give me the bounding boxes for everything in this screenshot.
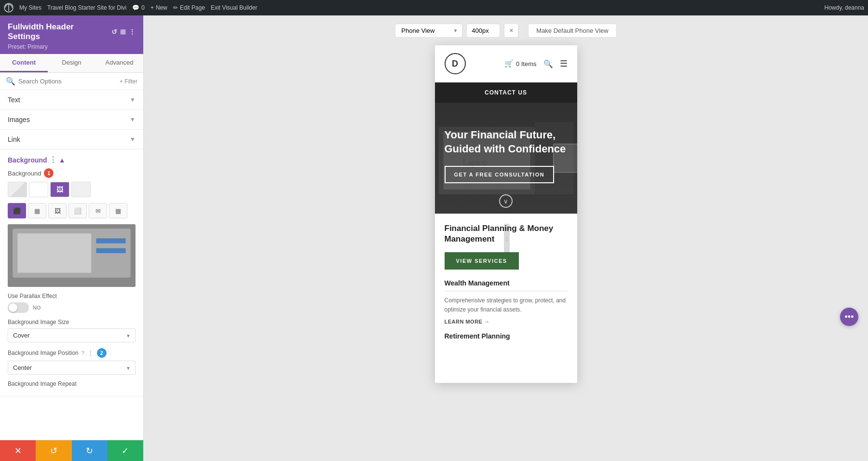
blog-name-link[interactable]: Travel Blog Starter Site for Divi: [47, 4, 126, 11]
parallax-value: NO: [33, 305, 41, 311]
nav-right: 🛒 0 Items 🔍 ☰: [504, 58, 568, 69]
background-more-icon[interactable]: ⋮: [49, 155, 57, 164]
link-section-header[interactable]: Link ▼: [0, 130, 143, 149]
field-more-icon[interactable]: ⋮: [87, 349, 94, 357]
contact-bar: CONTACT US: [435, 82, 577, 103]
tab-design[interactable]: Design: [48, 54, 95, 72]
video-swatch[interactable]: [71, 182, 91, 197]
bg-type-gradient[interactable]: ▦: [28, 203, 46, 218]
parallax-field: Use Parallax Effect NO: [0, 293, 143, 319]
service-item: Retirement Planning: [445, 332, 568, 340]
view-toolbar: Phone View ▼ × Make Default Phone View: [151, 23, 860, 38]
close-view-button[interactable]: ×: [504, 23, 518, 38]
text-section: Text ▼: [0, 90, 143, 110]
active-swatch[interactable]: 🖼: [50, 182, 69, 197]
position-badge: 2: [97, 348, 107, 358]
undo-button[interactable]: ↺: [36, 440, 71, 461]
filter-button[interactable]: + Filter: [120, 78, 137, 85]
phone-nav: D 🛒 0 Items 🔍 ☰: [435, 45, 577, 82]
images-section-header[interactable]: Images ▼: [0, 110, 143, 129]
tab-advanced[interactable]: Advanced: [95, 54, 143, 72]
search-icon: 🔍: [6, 77, 15, 86]
my-sites-link[interactable]: My Sites: [19, 4, 41, 11]
cart-area[interactable]: 🛒 0 Items: [504, 59, 537, 68]
learn-more-link[interactable]: LEARN MORE →: [445, 319, 568, 325]
edit-page-link[interactable]: ✏Edit Page: [173, 4, 205, 11]
bg-type-mask[interactable]: ✉: [89, 203, 107, 218]
chevron-down-icon: ▼: [130, 96, 136, 103]
cancel-button[interactable]: ✕: [0, 440, 36, 461]
bg-size-select-wrapper: Cover: [8, 328, 136, 342]
tab-content[interactable]: Content: [0, 54, 48, 72]
sidebar-title-icons: ↺ ⊞ ⋮: [111, 28, 136, 36]
wp-logo[interactable]: [4, 3, 14, 13]
text-section-header[interactable]: Text ▼: [0, 90, 143, 109]
bg-repeat-label: Background Image Repeat: [8, 380, 136, 387]
settings-tabs: Content Design Advanced: [0, 54, 143, 73]
bottom-action-bar: ✕ ↺ ↻ ✓: [0, 440, 143, 461]
sidebar-title: Fullwidth Header Settings ↺ ⊞ ⋮: [8, 22, 136, 41]
scroll-down-button[interactable]: ∨: [499, 194, 513, 208]
main-wrapper: Fullwidth Header Settings ↺ ⊞ ⋮ Preset: …: [0, 0, 868, 461]
images-section: Images ▼: [0, 110, 143, 130]
dots-icon: •••: [845, 312, 854, 322]
bg-type-color[interactable]: ⬛: [8, 203, 26, 218]
parallax-toggle[interactable]: [8, 302, 29, 313]
admin-bar: My Sites Travel Blog Starter Site for Di…: [0, 0, 868, 15]
bg-type-video[interactable]: ▦: [109, 203, 127, 218]
background-badge: 1: [44, 168, 54, 178]
content-area: Phone View ▼ × Make Default Phone View ⋮…: [144, 15, 868, 461]
view-mode-select[interactable]: Phone View: [395, 24, 462, 38]
sidebar-header: Fullwidth Header Settings ↺ ⊞ ⋮ Preset: …: [0, 15, 143, 54]
settings-sidebar: Fullwidth Header Settings ↺ ⊞ ⋮ Preset: …: [0, 15, 144, 461]
service-item-title: Retirement Planning: [445, 332, 568, 340]
redo-button[interactable]: ↻: [72, 440, 108, 461]
service-item-title: Wealth Management: [445, 279, 568, 287]
bg-image-preview[interactable]: [8, 224, 136, 287]
grid-icon[interactable]: ⊞: [120, 28, 126, 36]
checkmark-icon: 🖼: [56, 186, 63, 193]
search-icon[interactable]: 🔍: [543, 59, 553, 68]
admin-bar-right: Howdy, deanna: [825, 4, 865, 11]
bg-type-row: ⬛ ▦ 🖼 ⬜ ✉ ▦: [0, 203, 143, 224]
exit-builder-link[interactable]: Exit Visual Builder: [211, 4, 258, 11]
search-input[interactable]: [18, 78, 117, 85]
bg-position-label-row: Background Image Position ? ⋮ 2: [8, 348, 136, 358]
make-default-view-button[interactable]: Make Default Phone View: [528, 24, 616, 38]
divi-logo: D: [445, 53, 466, 74]
sync-icon[interactable]: ↺: [111, 28, 117, 36]
background-section-header: Background ⋮ ▲: [0, 149, 143, 168]
view-services-button[interactable]: VIEW SERVICES: [445, 252, 519, 270]
chevron-down-icon: ▼: [130, 116, 136, 123]
service-item: Wealth Management Comprehensive strategi…: [445, 279, 568, 324]
background-section: Background ⋮ ▲ Background 1 🖼: [0, 149, 143, 396]
hero-title: Your Financial Future, Guided with Confi…: [445, 128, 568, 156]
bg-size-label: Background Image Size: [8, 319, 136, 325]
parallax-toggle-row: NO: [8, 302, 136, 313]
px-width-input[interactable]: [466, 24, 500, 38]
color-swatches: 🖼: [0, 182, 143, 203]
bg-position-select[interactable]: Center: [8, 361, 136, 375]
cart-icon: 🛒: [504, 59, 514, 68]
gradient-swatch[interactable]: [8, 182, 27, 197]
background-label-row: Background 1: [0, 168, 143, 178]
new-post-link[interactable]: +New: [150, 4, 167, 11]
bg-type-image[interactable]: 🖼: [48, 203, 67, 218]
save-button[interactable]: ✓: [108, 440, 143, 461]
hero-overlay-element: [553, 144, 577, 173]
comment-count[interactable]: 💬0: [132, 4, 145, 11]
bg-type-hover[interactable]: ⬜: [68, 203, 87, 218]
hamburger-icon[interactable]: ☰: [560, 58, 568, 69]
hero-cta-button[interactable]: GET A FREE CONSULTATION: [445, 166, 555, 183]
chevron-down-icon: ∨: [503, 198, 508, 205]
solid-swatch[interactable]: [29, 182, 48, 197]
contact-us-button[interactable]: CONTACT US: [442, 89, 570, 96]
bg-position-field: Background Image Position ? ⋮ 2 Center: [0, 348, 143, 380]
resize-handle-right[interactable]: ⋮: [504, 224, 510, 253]
preset-label[interactable]: Preset: Primary: [8, 43, 136, 50]
help-icon[interactable]: ?: [81, 350, 84, 356]
bg-size-select[interactable]: Cover: [8, 328, 136, 342]
more-icon[interactable]: ⋮: [129, 28, 136, 36]
floating-menu-button[interactable]: •••: [840, 308, 858, 326]
chevron-up-icon[interactable]: ▲: [59, 156, 66, 164]
